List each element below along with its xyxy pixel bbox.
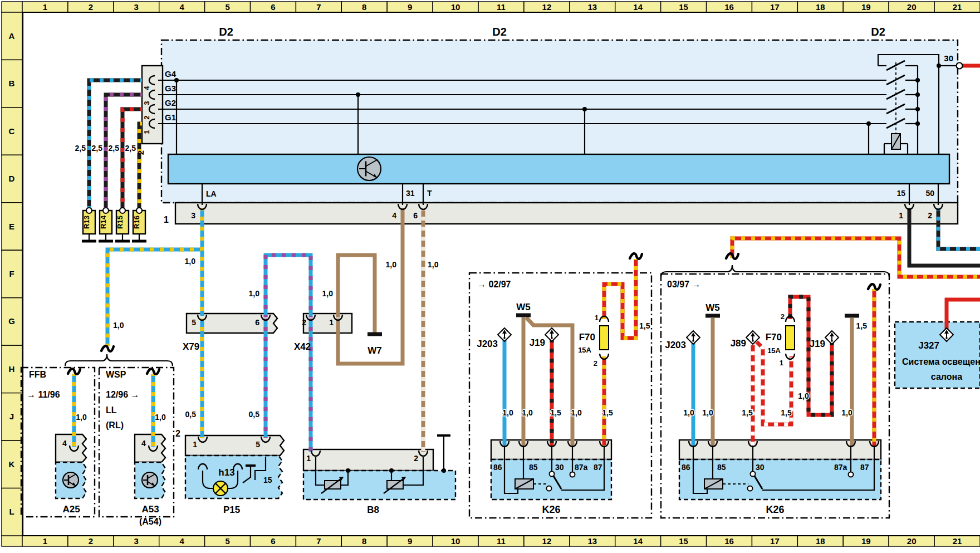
terminal-31: 31 <box>406 189 415 198</box>
wsp-date: 12/96 → <box>106 390 139 399</box>
g1-label: G1 <box>165 112 176 122</box>
p15-pin1: 1 <box>193 440 197 449</box>
gauge-j203b: 1,0 <box>683 408 694 417</box>
ruler-top-number: 18 <box>816 2 825 12</box>
main-connector-strip <box>175 203 958 224</box>
ruler-bottom-number: 7 <box>316 536 321 546</box>
strip1-pin6: 6 <box>413 211 418 220</box>
ruler-bottom-number: 8 <box>362 536 366 546</box>
relay-contact <box>748 486 753 491</box>
ruler-bottom-number: 11 <box>497 536 506 546</box>
ruler-top-number: 4 <box>179 2 184 12</box>
k26a-86: 86 <box>493 463 502 472</box>
gauge-05-2: 0,5 <box>249 410 260 419</box>
wiring-diagram-page: 1234567891011121314151617181920211234567… <box>0 0 980 553</box>
terminal-circle <box>103 208 109 213</box>
ffb-date: → 11/96 <box>27 390 60 399</box>
ruler-left-letter: K <box>9 459 15 469</box>
k26b-coil <box>704 479 723 489</box>
x42-pin1: 1 <box>329 318 334 327</box>
a53-label: A53 <box>141 504 159 515</box>
w5a-ground <box>516 314 531 317</box>
ruler-top-number: 12 <box>542 2 552 12</box>
k26a-85: 85 <box>529 463 538 472</box>
strip1-pin4: 4 <box>392 211 396 220</box>
gauge-w5a-br: 1,0 <box>571 408 582 417</box>
f70a-pin1: 1 <box>595 314 599 322</box>
x79-pin5: 5 <box>192 318 196 327</box>
ruler-bottom-number: 4 <box>179 536 184 546</box>
gauge-25-3: 2,5 <box>109 144 120 153</box>
terminal-circle <box>120 208 125 213</box>
k26a-30: 30 <box>555 463 564 472</box>
k26b-85: 85 <box>717 463 726 472</box>
ruler-top-number: 19 <box>861 2 871 12</box>
terminal-la: LA <box>206 189 217 198</box>
b8-pin1: 1 <box>306 454 311 463</box>
g2-label: G2 <box>165 98 176 107</box>
diamond-dot <box>752 340 754 342</box>
k26a-coil <box>515 479 533 489</box>
schematic-svg: 1234567891011121314151617181920211234567… <box>0 0 980 553</box>
ruler-left-letter: B <box>9 79 15 88</box>
f70b-pin2: 2 <box>781 312 785 321</box>
ruler-top-number: 8 <box>362 2 366 12</box>
fuse-body <box>600 326 609 350</box>
ruler-top-number: 2 <box>89 2 93 12</box>
ffb-label: FFB <box>29 370 46 379</box>
g3-label: G3 <box>165 84 176 93</box>
diamond-dot <box>503 337 506 339</box>
w5a-label: W5 <box>516 302 531 312</box>
strip1-pin3: 3 <box>191 211 195 220</box>
k26a-87: 87 <box>594 463 602 472</box>
ruler-bottom-number: 15 <box>679 536 688 546</box>
x79-pin6: 6 <box>255 318 259 327</box>
ruler-top-number: 14 <box>633 2 643 12</box>
x42-label: X42 <box>294 341 311 352</box>
gauge-la-branch: 1,0 <box>113 321 124 330</box>
junction-dot <box>915 121 920 126</box>
b8-pin2: 2 <box>414 454 418 463</box>
ruler-bottom-number: 17 <box>770 536 780 546</box>
junction-dot <box>174 78 179 82</box>
gauge-25-2: 2,5 <box>92 144 103 153</box>
ruler-top-number: 21 <box>953 2 962 12</box>
junction-dot <box>442 468 446 473</box>
diamond-dot <box>945 337 948 339</box>
ruler-top-number: 13 <box>587 2 597 12</box>
ruler-bottom-number: 18 <box>816 536 825 546</box>
ruler-bottom-number: 2 <box>89 536 93 546</box>
gauge-la: 1,0 <box>185 257 196 266</box>
r14-label: R14 <box>99 215 107 229</box>
junction-dot <box>356 92 360 97</box>
ruler-left-letter: J <box>9 412 14 421</box>
a25-label: A25 <box>62 504 80 515</box>
terminal-50: 50 <box>925 189 934 198</box>
diamond-dot <box>831 340 833 342</box>
j327-text-1: Система освещения <box>902 357 980 366</box>
gauge-w7: 1,0 <box>322 289 334 298</box>
f70a-label: F70 <box>579 332 595 342</box>
ruler-corner-bl <box>2 536 22 546</box>
j327-text-2: салона <box>931 372 962 381</box>
ruler-bottom-number: 20 <box>907 536 917 546</box>
k26b-87: 87 <box>860 463 869 472</box>
junction-dot <box>915 92 920 97</box>
ruler-bottom-number: 3 <box>134 536 139 546</box>
gauge-j203a: 1,0 <box>502 408 513 417</box>
a25-transistor <box>63 472 79 488</box>
d2-transistor <box>357 157 381 180</box>
ruler-bottom-number: 10 <box>451 536 460 546</box>
gconn-pin4: 4 <box>143 86 151 90</box>
strip1-pin2: 2 <box>928 211 932 220</box>
a53-pin4: 4 <box>141 439 146 448</box>
w5b1-ground <box>705 314 720 318</box>
terminal-15: 15 <box>896 189 905 198</box>
terminal-t: T <box>427 189 432 198</box>
w5b2-ground <box>845 314 859 318</box>
f70a-amps: 15A <box>578 346 591 354</box>
r13-label: R13 <box>82 216 91 229</box>
a53-pin-box <box>135 434 165 462</box>
junction-dot <box>937 63 941 68</box>
g4-label: G4 <box>165 69 177 79</box>
